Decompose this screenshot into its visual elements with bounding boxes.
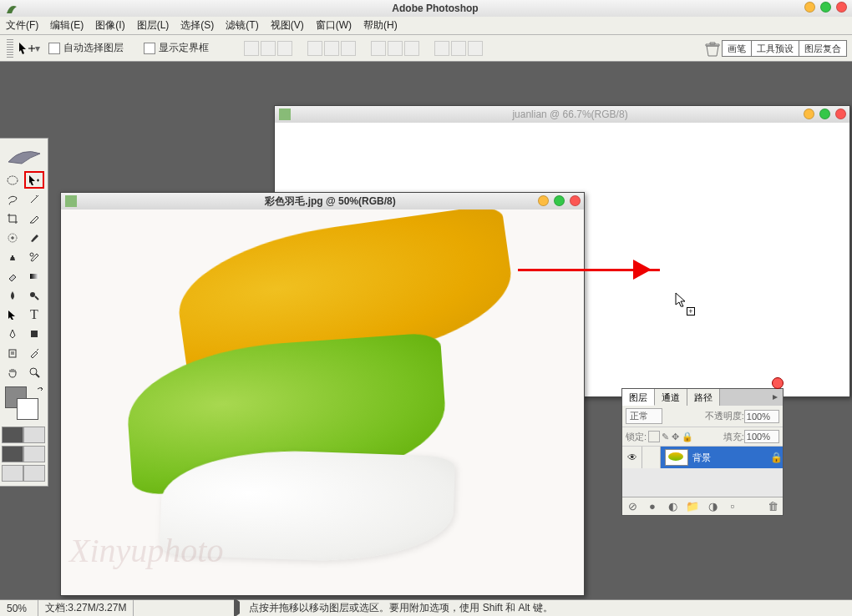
magic-wand-tool[interactable] — [23, 189, 45, 209]
screen-mode-1-button[interactable] — [2, 446, 23, 462]
blur-tool[interactable] — [2, 285, 23, 305]
distribute-bottom-button[interactable] — [404, 41, 419, 56]
lock-transparency-button[interactable] — [648, 431, 660, 442]
new-layer-icon[interactable]: ▫ — [726, 500, 739, 513]
path-selection-tool[interactable] — [2, 305, 23, 324]
layer-list: 👁 背景 🔒 — [622, 447, 783, 497]
layer-mask-icon[interactable]: ◐ — [666, 500, 679, 513]
tab-channels[interactable]: 通道 — [655, 389, 687, 406]
new-link-icon[interactable]: ⊘ — [626, 500, 639, 513]
doc2-canvas[interactable]: Xinyuphoto — [61, 210, 584, 595]
lock-pixels-icon[interactable]: ✎ — [662, 432, 669, 442]
panel-menu-icon[interactable]: ▸ — [768, 389, 783, 406]
layer-name[interactable]: 背景 — [692, 452, 769, 464]
crop-tool[interactable] — [2, 209, 23, 228]
align-hcenter-button[interactable] — [324, 41, 339, 56]
background-color-swatch[interactable] — [17, 398, 38, 420]
tab-layers[interactable]: 图层 — [622, 389, 655, 406]
opacity-value[interactable]: 100% — [744, 410, 779, 423]
layers-panel[interactable]: 图层 通道 路径 ▸ 正常 不透明度: 100% 锁定: ✎ ✥ 🔒 填充: 1… — [621, 388, 784, 516]
new-set-icon[interactable]: 📁 — [686, 500, 699, 513]
menu-window[interactable]: 窗口(W) — [310, 17, 358, 34]
layer-thumbnail[interactable] — [665, 449, 688, 466]
eraser-tool[interactable] — [2, 266, 23, 285]
move-tool[interactable] — [23, 170, 45, 189]
lock-all-icon[interactable]: 🔒 — [682, 432, 693, 442]
fill-value[interactable]: 100% — [744, 430, 779, 443]
delete-layer-icon[interactable]: 🗑 — [766, 500, 779, 513]
auto-select-layer-checkbox[interactable] — [48, 43, 60, 54]
dodge-tool[interactable] — [23, 285, 45, 305]
standard-mode-button[interactable] — [2, 427, 23, 443]
tab-paths[interactable]: 路径 — [687, 389, 720, 406]
blend-mode-select[interactable]: 正常 — [626, 408, 662, 424]
palette-tab-toolpresets[interactable]: 工具预设 — [751, 40, 799, 57]
doc1-close[interactable] — [835, 109, 846, 119]
layer-style-icon[interactable]: ● — [646, 500, 659, 513]
menu-view[interactable]: 视图(V) — [265, 17, 310, 34]
maximize-button[interactable] — [820, 2, 831, 13]
doc1-maximize[interactable] — [819, 109, 830, 119]
zoom-tool[interactable] — [23, 362, 45, 381]
lock-position-icon[interactable]: ✥ — [672, 432, 679, 442]
brush-tool[interactable] — [23, 228, 45, 247]
doc1-minimize[interactable] — [804, 109, 814, 119]
distribute-vcenter-button[interactable] — [388, 41, 403, 56]
doc2-minimize[interactable] — [538, 195, 549, 206]
menu-filter[interactable]: 滤镜(T) — [220, 17, 264, 34]
eyedropper-tool[interactable] — [23, 343, 45, 362]
doc2-close[interactable] — [570, 195, 581, 206]
palette-well-icon[interactable] — [702, 39, 723, 58]
menu-image[interactable]: 图像(I) — [89, 17, 130, 34]
document-info[interactable]: 文档:3.27M/3.27M — [38, 600, 134, 616]
distribute-top-button[interactable] — [371, 41, 386, 56]
quickmask-mode-button[interactable] — [23, 427, 45, 443]
swap-colors-icon[interactable] — [37, 386, 43, 393]
marquee-tool[interactable] — [2, 170, 23, 189]
distribute-hcenter-button[interactable] — [451, 41, 466, 56]
history-brush-tool[interactable] — [23, 247, 45, 266]
slice-tool[interactable] — [23, 209, 45, 228]
distribute-right-button[interactable] — [468, 41, 483, 56]
doc1-titlebar[interactable]: juanlian @ 66.7%(RGB/8) — [275, 106, 849, 123]
minimize-button[interactable] — [804, 2, 815, 13]
layer-visibility-icon[interactable]: 👁 — [622, 447, 642, 468]
healing-brush-tool[interactable] — [2, 228, 23, 247]
align-left-button[interactable] — [307, 41, 322, 56]
options-grip[interactable] — [7, 39, 13, 58]
layer-link-column[interactable] — [642, 447, 661, 468]
gradient-tool[interactable] — [23, 266, 45, 285]
pen-tool[interactable] — [2, 324, 23, 343]
screen-mode-3-button[interactable] — [2, 465, 23, 482]
adjustment-layer-icon[interactable]: ◑ — [706, 500, 719, 513]
menu-layer[interactable]: 图层(L) — [131, 17, 175, 34]
shape-tool[interactable] — [23, 324, 45, 343]
align-right-button[interactable] — [341, 41, 356, 56]
align-bottom-button[interactable] — [277, 41, 292, 56]
distribute-left-button[interactable] — [434, 41, 449, 56]
align-top-button[interactable] — [244, 41, 259, 56]
screen-mode-2-button[interactable] — [23, 446, 45, 462]
palette-tab-layercomps[interactable]: 图层复合 — [799, 40, 847, 57]
layer-row-background[interactable]: 👁 背景 🔒 — [622, 447, 783, 468]
dropdown-arrow-icon[interactable]: ▾ — [35, 43, 40, 54]
type-tool[interactable]: T — [23, 305, 45, 324]
menu-file[interactable]: 文件(F) — [0, 17, 44, 34]
menu-select[interactable]: 选择(S) — [175, 17, 220, 34]
jump-to-button[interactable] — [23, 465, 45, 482]
palette-tab-brush[interactable]: 画笔 — [722, 40, 752, 57]
doc2-maximize[interactable] — [554, 195, 565, 206]
show-transform-checkbox[interactable] — [144, 43, 155, 54]
menu-help[interactable]: 帮助(H) — [358, 17, 403, 34]
hand-tool[interactable] — [2, 362, 23, 381]
doc2-titlebar[interactable]: 彩色羽毛.jpg @ 50%(RGB/8) — [61, 193, 584, 210]
menu-edit[interactable]: 编辑(E) — [44, 17, 89, 34]
align-vcenter-button[interactable] — [261, 41, 276, 56]
zoom-field[interactable]: 50% — [0, 600, 38, 616]
document-window-feathers[interactable]: 彩色羽毛.jpg @ 50%(RGB/8) Xinyuphoto — [60, 192, 585, 596]
clone-stamp-tool[interactable] — [2, 247, 23, 266]
panel-close-button[interactable] — [772, 377, 784, 389]
close-button[interactable] — [836, 2, 847, 13]
notes-tool[interactable] — [2, 343, 23, 362]
lasso-tool[interactable] — [2, 189, 23, 209]
